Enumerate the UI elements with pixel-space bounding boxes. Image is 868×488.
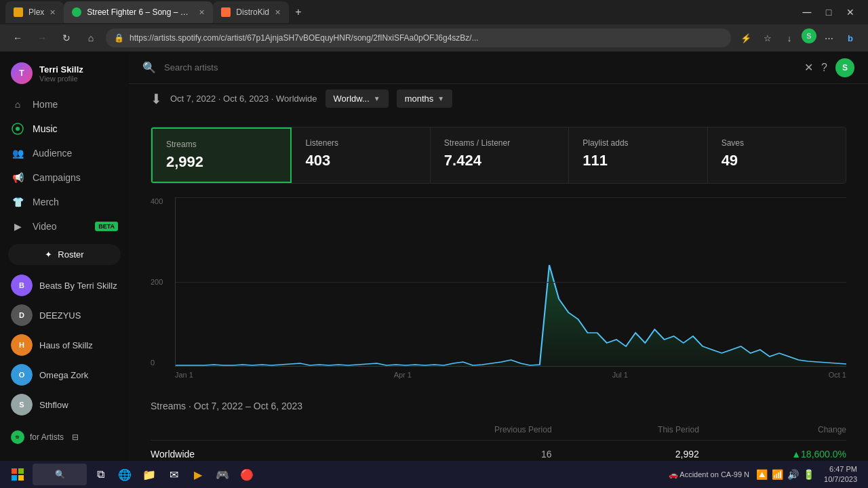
tab-plex[interactable]: Plex ✕: [5, 1, 64, 23]
stat-streams-per-listener[interactable]: Streams / Listener 7.424: [431, 127, 569, 183]
home-label: Home: [33, 99, 58, 110]
sidebar-item-video[interactable]: ▶ Video BETA: [0, 214, 129, 239]
profile-icon[interactable]: S: [802, 28, 816, 43]
taskbar-view[interactable]: ⧉: [90, 464, 111, 485]
extensions-icon[interactable]: ⚡: [736, 28, 755, 47]
tab-distrokid-close[interactable]: ✕: [275, 8, 281, 17]
streams-label: Streams: [166, 140, 277, 149]
sidebar-item-music[interactable]: Music: [0, 117, 129, 141]
artist-item-haus[interactable]: H Haus of Skillz: [0, 330, 129, 360]
tray-notification[interactable]: 🚗 Accident on CA-99 N: [666, 469, 752, 481]
notification-text: Accident on CA-99 N: [679, 470, 749, 479]
forward-button[interactable]: →: [33, 28, 52, 47]
tab-plex-close[interactable]: ✕: [50, 8, 56, 17]
table-title: Streams · Oct 7, 2022 – Oct 6, 2023: [151, 401, 846, 411]
user-sub[interactable]: View profile: [39, 75, 118, 83]
period-filter-button[interactable]: months ▼: [397, 89, 453, 108]
row-change-value: ▲18,600.0%: [713, 449, 846, 460]
music-icon: [11, 122, 24, 136]
address-bar[interactable]: 🔒 https://artists.spotify.com/c/artist/6…: [106, 28, 731, 47]
artist-item-beats[interactable]: B Beats By Terri Skillz: [0, 270, 129, 300]
svg-point-1: [16, 127, 20, 131]
y-label-0: 0: [151, 359, 175, 367]
taskbar-search[interactable]: 🔍: [33, 464, 87, 485]
taskbar-extra1[interactable]: 🎮: [212, 464, 233, 485]
date-range: Oct 7, 2022 · Oct 6, 2023 · Worldwide: [170, 94, 317, 104]
home-nav-button[interactable]: ⌂: [81, 28, 100, 47]
tray-network-icon[interactable]: 🔼: [756, 469, 768, 480]
stat-streams[interactable]: Streams 2,992: [151, 127, 292, 183]
downloads-icon[interactable]: ↓: [780, 28, 799, 47]
col-prev-period: Previous Period: [418, 425, 565, 434]
tray-speaker-icon[interactable]: 🔊: [787, 469, 799, 480]
haus-avatar: H: [11, 334, 33, 356]
artist-item-omega[interactable]: O Omega Zork: [0, 360, 129, 390]
beats-name: Beats By Terri Skillz: [39, 281, 117, 291]
tab-distrokid[interactable]: DistroKid ✕: [213, 1, 289, 23]
audience-label: Audience: [33, 148, 72, 159]
start-button[interactable]: [5, 462, 30, 487]
pa-label: Playlist adds: [583, 138, 693, 148]
location-filter-button[interactable]: Worldw... ▼: [326, 89, 389, 108]
settings-icon[interactable]: ⋯: [819, 28, 838, 47]
period-filter-label: months: [405, 94, 434, 104]
search-input[interactable]: [164, 62, 796, 73]
taskbar-explorer[interactable]: 📁: [138, 464, 160, 485]
search-close-button[interactable]: ✕: [804, 61, 813, 74]
bing-icon[interactable]: b: [841, 28, 860, 47]
col-change: Change: [713, 425, 846, 434]
spotify-favicon: [72, 7, 81, 17]
address-text: https://artists.spotify.com/c/artist/67p…: [130, 33, 723, 43]
tray-battery-icon[interactable]: 🔋: [803, 469, 814, 480]
search-overlay: 🔍 ✕ ? S: [129, 52, 868, 84]
search-help-icon[interactable]: ?: [821, 62, 827, 74]
row-prev-value: 16: [418, 449, 565, 460]
chart-area: [175, 197, 846, 367]
for-artists: for Artists ⊟: [11, 430, 118, 444]
distrokid-favicon: [221, 7, 231, 17]
tab-spotify[interactable]: Street Fighter 6 – Song – Spotify ✕: [64, 1, 213, 23]
stat-playlist-adds[interactable]: Playlist adds 111: [569, 127, 707, 183]
tab-spotify-close[interactable]: ✕: [199, 8, 205, 17]
taskbar-plex[interactable]: ▶: [187, 464, 209, 485]
main-area: T Terri Skillz View profile ⌂ Home Music…: [0, 52, 868, 461]
download-icon[interactable]: ⬇: [151, 91, 162, 107]
chart-x-labels: Jan 1 Apr 1 Jul 1 Oct 1: [175, 371, 846, 379]
beta-badge: BETA: [95, 222, 118, 231]
favorites-icon[interactable]: ☆: [758, 28, 777, 47]
stat-saves[interactable]: Saves 49: [708, 127, 846, 183]
audience-icon: 👥: [11, 146, 24, 160]
refresh-button[interactable]: ↻: [57, 28, 76, 47]
taskbar-browser[interactable]: 🌐: [114, 464, 136, 485]
x-label-oct: Oct 1: [829, 371, 846, 379]
taskbar-date: 10/7/2023: [824, 474, 857, 485]
sidebar-bottom: for Artists ⊟: [0, 420, 129, 455]
sidebar-item-merch[interactable]: 👕 Merch: [0, 190, 129, 214]
campaigns-label: Campaigns: [33, 172, 81, 183]
sidebar-item-audience[interactable]: 👥 Audience: [0, 141, 129, 165]
taskbar-mail[interactable]: ✉: [163, 464, 184, 485]
search-profile-avatar[interactable]: S: [835, 58, 854, 77]
sidebar-item-home[interactable]: ⌂ Home: [0, 92, 129, 117]
stat-listeners[interactable]: Listeners 403: [292, 127, 430, 183]
tab-distrokid-title: DistroKid: [236, 7, 269, 17]
taskbar-datetime[interactable]: 6:47 PM 10/7/2023: [818, 464, 863, 485]
minimize-button[interactable]: ─: [797, 3, 816, 22]
sidebar-collapse-icon[interactable]: ⊟: [72, 432, 79, 442]
saves-value: 49: [722, 152, 832, 169]
artist-item-sthflow[interactable]: S Sthflow: [0, 390, 129, 420]
merch-label: Merch: [33, 197, 59, 207]
tray-wifi-icon[interactable]: 📶: [772, 469, 783, 480]
sidebar-item-campaigns[interactable]: 📢 Campaigns: [0, 165, 129, 190]
artist-item-deezyus[interactable]: D DEEZYUS: [0, 300, 129, 330]
y-label-400: 400: [151, 197, 175, 205]
taskbar-extra2[interactable]: 🔴: [236, 464, 258, 485]
maximize-button[interactable]: □: [819, 3, 838, 22]
back-button[interactable]: ←: [8, 28, 27, 47]
content-inner: ⬇ Oct 7, 2022 · Oct 6, 2023 · Worldwide …: [129, 52, 868, 461]
new-tab-button[interactable]: +: [289, 3, 308, 22]
tab-bar: Plex ✕ Street Fighter 6 – Song – Spotify…: [0, 0, 868, 24]
close-button[interactable]: ✕: [841, 3, 860, 22]
roster-button[interactable]: ✦ Roster: [8, 244, 121, 265]
x-label-jul: Jul 1: [612, 371, 628, 379]
